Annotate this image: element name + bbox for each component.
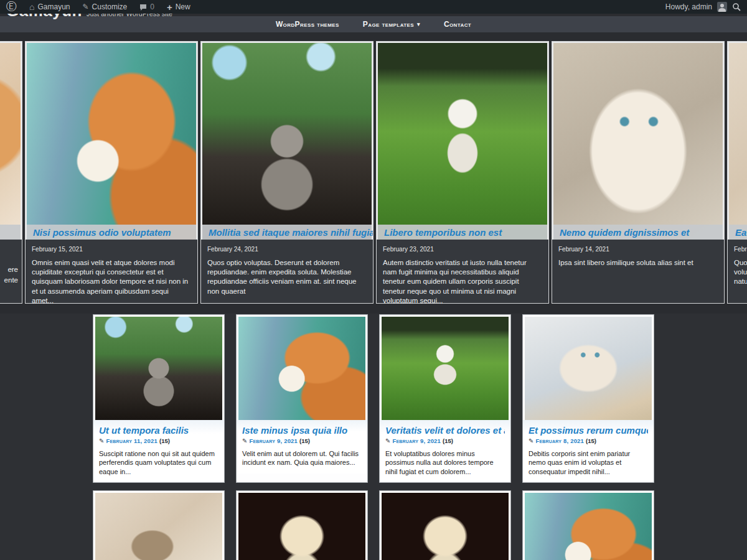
post-title-link[interactable]: Libero temporibus non est (384, 227, 502, 238)
post-card-partial-right: Ea e February 1 Quo pra voluptat natus l… (727, 41, 747, 304)
post-thumbnail-cat-photo[interactable] (238, 317, 365, 420)
post-date: February 15, 2021 (32, 246, 191, 253)
post-body: Et possimus rerum cumque fuga ✎ February… (523, 420, 654, 482)
comment-count[interactable]: (15) (299, 437, 310, 444)
admin-bar-comments[interactable]: 0 (133, 0, 161, 14)
admin-bar-new[interactable]: + New (161, 0, 197, 14)
admin-bar-site-name: Gamayun (37, 2, 70, 11)
post-title-link[interactable]: Et possimus rerum cumque fuga (529, 425, 648, 437)
comment-bubble-icon (139, 4, 147, 11)
post-thumbnail-cat-photo[interactable]: Mollitia sed itaque maiores nihil fugiat… (202, 43, 372, 240)
user-avatar[interactable] (717, 2, 727, 12)
wordpress-logo-menu[interactable]: Ⓔ (0, 0, 23, 14)
post-body: ere ente (0, 240, 22, 250)
post-card: Et possimus rerum cumque fuga ✎ February… (522, 314, 654, 483)
post-date: February 24, 2021 (207, 246, 367, 253)
post-title-link[interactable]: Nemo quidem dignissimos et (560, 227, 689, 238)
post-thumbnail-frame: Nemo quidem dignissimos et (552, 42, 724, 240)
post-card (379, 490, 511, 560)
post-thumbnail-frame (380, 491, 510, 560)
post-excerpt-fragment: ere ente (4, 264, 18, 286)
post-title-link[interactable]: Ea e (735, 227, 747, 238)
post-thumbnail-cat-photo[interactable] (382, 317, 509, 420)
post-title-link[interactable]: Iste minus ipsa quia illo (242, 425, 362, 437)
post-date: February 1 (734, 246, 747, 253)
post-card: Iste minus ipsa quia illo ✎ February 9, … (236, 314, 368, 483)
comment-count[interactable]: (15) (159, 437, 170, 444)
home-icon: ⌂ (29, 2, 34, 12)
post-card-partial-left: ere ente (0, 41, 22, 304)
post-card (522, 490, 654, 560)
posts-grid: Ut ut tempora facilis ✎ February 11, 202… (93, 314, 654, 560)
search-icon[interactable] (732, 2, 741, 11)
post-date: February 23, 2021 (383, 246, 542, 253)
customize-label: Customize (92, 2, 128, 11)
post-thumbnail-frame (237, 491, 367, 560)
post-thumbnail-cat-photo[interactable] (238, 493, 365, 560)
plus-icon: + (167, 2, 172, 12)
post-meta: ✎ February 9, 2021 (15) (242, 437, 362, 444)
post-meta: ✎ February 11, 2021 (15) (99, 437, 218, 444)
post-thumbnail-frame (93, 491, 224, 560)
post-title-link[interactable]: Mollitia sed itaque maiores nihil fugiat… (209, 227, 374, 238)
post-thumbnail-cat-photo[interactable] (95, 317, 222, 420)
post-thumbnail-cat-photo[interactable] (95, 493, 222, 560)
post-title-bar: Ea e (729, 225, 747, 240)
post-title-bar: Libero temporibus non est (378, 225, 547, 240)
post-body: February 1 Quo pra voluptat natus la (728, 240, 747, 293)
post-meta: ✎ February 9, 2021 (15) (385, 437, 505, 444)
post-body: Veritatis velit et dolores et aliquam ✎ … (380, 420, 510, 482)
post-title-link[interactable]: Veritatis velit et dolores et aliquam (385, 425, 505, 437)
post-date: February 9, 2021 (392, 437, 441, 444)
post-excerpt: Autem distinctio veritatis ut iusto null… (383, 258, 542, 304)
edit-pencil-icon[interactable]: ✎ (242, 437, 247, 444)
post-card: Mollitia sed itaque maiores nihil fugiat… (200, 41, 374, 304)
post-excerpt: Omnis enim quasi velit et atque dolores … (32, 258, 191, 304)
edit-pencil-icon[interactable]: ✎ (529, 437, 533, 444)
post-card: Libero temporibus non est February 23, 2… (376, 41, 549, 304)
post-thumbnail-frame (380, 315, 510, 420)
comment-count[interactable]: (15) (586, 437, 596, 444)
post-thumbnail-cat-photo[interactable]: Nisi possimus odio voluptatem (27, 43, 196, 240)
edit-pencil-icon[interactable]: ✎ (385, 437, 390, 444)
nav-item-wordpress-themes[interactable]: WordPress themes (276, 20, 339, 29)
customize-brush-icon: ✎ (83, 2, 89, 11)
post-date: February 9, 2021 (249, 437, 298, 444)
post-meta: ✎ February 8, 2021 (15) (529, 437, 648, 444)
post-date: February 8, 2021 (535, 437, 584, 444)
post-excerpt: Suscipit ratione non qui sit aut quidem … (99, 449, 218, 477)
edit-pencil-icon[interactable]: ✎ (99, 437, 104, 444)
post-title-bar: Nisi possimus odio voluptatem (27, 225, 196, 240)
post-card: Ut ut tempora facilis ✎ February 11, 202… (93, 314, 225, 483)
post-excerpt: Ipsa sint libero similique soluta alias … (558, 258, 718, 268)
post-title-link[interactable]: Nisi possimus odio voluptatem (33, 227, 171, 238)
post-card (236, 490, 368, 560)
post-thumbnail-cat-photo[interactable] (525, 317, 652, 420)
post-thumbnail-cat-photo[interactable] (525, 493, 652, 560)
post-body: February 24, 2021 Quos optio voluptas. D… (201, 240, 373, 302)
post-card: Nemo quidem dignissimos et February 14, … (552, 41, 725, 304)
post-thumbnail-cat-photo[interactable] (382, 493, 509, 560)
post-excerpt: Velit enim aut ut dolorem ut. Qui facili… (242, 449, 362, 467)
post-excerpt: Debitis corporis sint enim pariatur nemo… (529, 449, 648, 477)
post-card: Nisi possimus odio voluptatem February 1… (25, 41, 198, 304)
post-thumbnail-frame: Mollitia sed itaque maiores nihil fugiat… (201, 42, 373, 240)
admin-bar-site-menu[interactable]: ⌂ Gamayun (23, 0, 77, 14)
post-thumbnail-cat-photo[interactable]: Ea e (729, 43, 747, 240)
wordpress-logo-icon: Ⓔ (6, 0, 17, 14)
post-thumbnail-cat-photo[interactable] (0, 43, 21, 240)
admin-bar-right: Howdy, admin (665, 2, 747, 12)
post-thumbnail-cat-photo[interactable]: Nemo quidem dignissimos et (553, 43, 723, 240)
nav-item-page-templates[interactable]: Page templates ▾ (363, 20, 420, 29)
post-thumbnail-frame (93, 315, 224, 420)
post-date: February 11, 2021 (106, 437, 157, 444)
chevron-down-icon: ▾ (417, 21, 420, 27)
post-title-link[interactable]: Ut ut tempora facilis (99, 425, 218, 437)
post-thumbnail-cat-photo[interactable]: Libero temporibus non est (378, 43, 547, 240)
comment-count[interactable]: (15) (443, 437, 453, 444)
howdy-text[interactable]: Howdy, admin (665, 2, 712, 11)
nav-item-contact[interactable]: Contact (444, 20, 471, 29)
post-excerpt: Et voluptatibus dolores minus possimus n… (385, 449, 505, 477)
post-body: Ut ut tempora facilis ✎ February 11, 202… (93, 420, 224, 482)
admin-bar-customize[interactable]: ✎ Customize (77, 0, 134, 14)
